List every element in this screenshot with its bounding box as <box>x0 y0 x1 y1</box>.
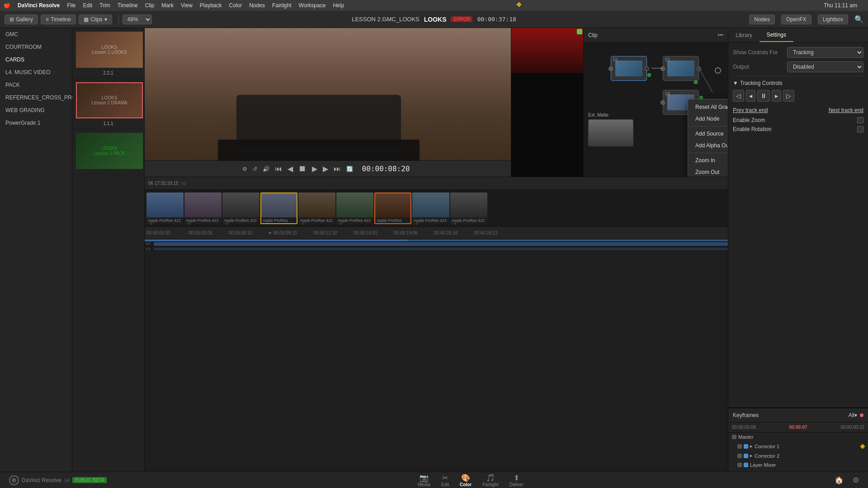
loop2-icon[interactable]: 🔃 <box>346 166 353 172</box>
menu-bar: 🍎 DaVinci Resolve File Edit Trim Timelin… <box>0 0 868 11</box>
track-pause-button[interactable]: ⏸ <box>757 90 770 102</box>
menu-trim[interactable]: Trim <box>99 2 110 9</box>
tab-edit[interactable]: ✂ Edit <box>441 474 449 487</box>
ctx-add-alpha[interactable]: Add Alpha Output <box>688 140 728 151</box>
forward-button[interactable]: ▶ <box>323 164 328 173</box>
play-button[interactable]: ▶ <box>312 164 317 173</box>
sidebar-item-pack[interactable]: PACK <box>0 79 72 91</box>
ctx-zoom-in[interactable]: Zoom In <box>688 155 728 166</box>
show-controls-label: Show Controls For <box>733 49 787 56</box>
keyframes-chevron[interactable]: ▾ <box>854 412 857 418</box>
tab-media[interactable]: 📷 Media <box>418 474 430 487</box>
ctx-add-node[interactable]: Add Node ▶ <box>688 113 728 125</box>
ctx-zoom-out[interactable]: Zoom Out <box>688 166 728 177</box>
v1-clip-bar <box>154 248 728 250</box>
clip-thumb-13[interactable]: Apple ProRes 422 LT <box>374 192 411 224</box>
node-canvas[interactable]: 01 02 <box>584 42 728 177</box>
clip-thumb-08[interactable]: Apple ProRes 422 LT <box>222 192 259 224</box>
tab-color[interactable]: 🎨 Color <box>460 474 472 487</box>
apple-menu[interactable]: 🍎 <box>4 2 10 9</box>
menu-edit[interactable]: Edit <box>83 2 93 9</box>
kf-lm-lock <box>737 463 742 467</box>
enable-zoom-checkbox[interactable] <box>857 117 863 123</box>
menu-color[interactable]: Color <box>229 2 242 9</box>
clip-strip-label: 06 17:32:33:15 <box>148 181 179 186</box>
bin-item-2[interactable]: LOOKSLesson 2 DRAMA 1.1.1 <box>72 79 144 129</box>
app-name[interactable]: DaVinci Resolve <box>18 2 60 9</box>
node-menu-icon[interactable]: ••• <box>717 32 723 38</box>
sidebar-item-music-video[interactable]: L4. MUSIC VIDEO <box>0 66 72 79</box>
home-icon[interactable]: 🏠 <box>835 476 844 484</box>
sidebar-item-gmc[interactable]: GMC <box>0 28 72 41</box>
next-track-end-button[interactable]: Next track end <box>829 107 863 113</box>
clip-thumb-06[interactable]: Apple ProRes 422 LT <box>146 192 184 224</box>
main-toolbar: ⊞ Gallery ≡ Timeline ▦ Clips ▾ 48%25%50%… <box>0 11 868 28</box>
toolbar-separator <box>118 14 119 24</box>
settings-tab[interactable]: Settings <box>760 28 793 42</box>
ctx-reset-all[interactable]: Reset All Grades and Nodes ⌘\ <box>688 101 728 113</box>
tab-fairlight[interactable]: 🎵 Fairlight <box>482 474 499 487</box>
sidebar-item-powergrade[interactable]: PowerGrade 1 <box>0 117 72 129</box>
menu-mark[interactable]: Mark <box>161 2 174 9</box>
search-icon[interactable]: 🔍 <box>854 15 863 23</box>
menu-help[interactable]: Help <box>333 2 344 9</box>
lightbox-button[interactable]: Lightbox <box>818 14 848 24</box>
clip-thumb-11[interactable]: Apple ProRes 422 LT <box>336 192 373 224</box>
sidebar-item-web-grading[interactable]: WEB GRADING <box>0 104 72 117</box>
prev-button[interactable]: ⏮ <box>275 165 282 173</box>
kf-timecode-ruler: 00:00:00:08 00:00:07 00:00:00:22 <box>728 422 868 432</box>
track-prev-frame-button[interactable]: ◂ <box>746 90 755 102</box>
prev-track-end-button[interactable]: Prev track end <box>733 107 768 113</box>
node-02[interactable]: 02 <box>663 56 699 81</box>
keyframes-all-label[interactable]: All <box>849 412 854 418</box>
sidebar-item-cards[interactable]: CARDS <box>0 53 72 66</box>
menu-clip[interactable]: Clip <box>145 2 155 9</box>
menu-fairlight[interactable]: Fairlight <box>272 2 292 9</box>
timeline-button[interactable]: ≡ Timeline <box>41 14 76 24</box>
zoom-select[interactable]: 48%25%50%75%100% <box>123 14 152 24</box>
status-badge: ERROR <box>451 16 473 22</box>
bin-item-1[interactable]: LOOKSLesson 1 LOOKS 2.2.1 <box>72 28 144 79</box>
audio-icon[interactable]: 🔊 <box>263 166 269 172</box>
timeline-ruler: 00:00:00:00 00:00:03:05 00:00:06:10 ♥ 00… <box>145 227 728 239</box>
track-next-button[interactable]: ▷ <box>783 90 794 102</box>
tab-deliver[interactable]: ⬆ Deliver <box>509 474 524 487</box>
bin-item-3[interactable]: LOOKSLesson 3 PACK <box>72 129 144 175</box>
clip-thumb-10[interactable]: Apple ProRes 422 LT <box>298 192 335 224</box>
stop-button[interactable]: ⏹ <box>298 164 307 174</box>
next-button[interactable]: ⏭ <box>334 165 341 173</box>
settings-icon[interactable]: ⚙ <box>242 166 247 172</box>
node-01[interactable]: 01 <box>611 56 647 81</box>
tracking-controls-header[interactable]: ▼ Tracking Controls <box>733 80 863 86</box>
clip-thumb-14[interactable]: Apple ProRes 422 LT <box>412 192 449 224</box>
menu-nodes[interactable]: Nodes <box>249 2 265 9</box>
kf-c2-lock <box>737 454 742 458</box>
menu-view[interactable]: View <box>181 2 193 9</box>
output-select[interactable]: Disabled Enabled <box>787 61 863 72</box>
enable-rotation-checkbox[interactable] <box>857 126 863 132</box>
clips-button[interactable]: ▦ Clips ▾ <box>79 14 112 24</box>
clip-thumb-07[interactable]: Apple ProRes 422 LT <box>184 192 222 224</box>
loop-icon[interactable]: ↺ <box>253 166 257 172</box>
menu-workspace[interactable]: Workspace <box>299 2 326 9</box>
ctx-add-source[interactable]: Add Source <box>688 128 728 140</box>
toolbar-right: Nodes OpenFX Lightbox 🔍 <box>749 14 863 24</box>
output-node <box>715 67 721 74</box>
sidebar-item-courtroom[interactable]: COURTROOM <box>0 41 72 53</box>
menu-playback[interactable]: Playback <box>200 2 222 9</box>
v1-label: V1 <box>146 247 151 251</box>
nodes-button[interactable]: Nodes <box>749 14 775 24</box>
sidebar-item-references[interactable]: REFERNCES_CROSS_PROCESS <box>0 91 72 104</box>
gallery-button[interactable]: ⊞ Gallery <box>5 14 38 24</box>
show-controls-select[interactable]: Tracking Window Blur <box>787 47 863 58</box>
track-prev-button[interactable]: ◁ <box>733 90 744 102</box>
menu-timeline[interactable]: Timeline <box>118 2 138 9</box>
openfx-button[interactable]: OpenFX <box>781 14 811 24</box>
library-tab[interactable]: Library <box>728 28 760 42</box>
clip-thumb-09[interactable]: Apple ProRes 422 LT <box>260 192 297 224</box>
settings-icon-bottom[interactable]: ⚙ <box>853 476 859 484</box>
clip-thumb-15[interactable]: Apple ProRes 422 LT <box>450 192 487 224</box>
rewind-button[interactable]: ◀ <box>288 164 293 173</box>
menu-file[interactable]: File <box>67 2 75 9</box>
track-next-frame-button[interactable]: ▸ <box>772 90 781 102</box>
